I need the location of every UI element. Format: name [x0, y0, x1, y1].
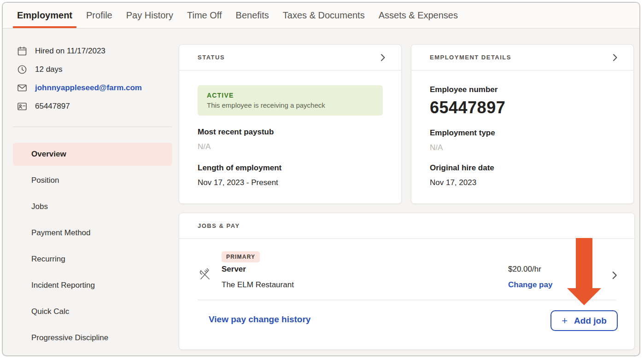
tab-label: Assets & Expenses	[379, 10, 458, 21]
tab-benefits[interactable]: Benefits	[229, 3, 276, 28]
menu-label: Incident Reporting	[31, 281, 95, 290]
email-row: johnnyappleseed@farm.com	[13, 79, 172, 97]
employee-number-field: Employee number 65447897	[430, 85, 615, 117]
menu-label: Progressive Discipline	[31, 333, 108, 343]
details-card-body: Employee number 65447897 Employment type…	[411, 85, 633, 187]
menu-label: Recurring	[31, 255, 65, 264]
sidebar-item-incident-reporting[interactable]: Incident Reporting	[13, 274, 172, 297]
tab-label: Time Off	[187, 10, 222, 21]
employment-details-card: EMPLOYMENT DETAILS Employee number 65447…	[411, 44, 634, 204]
menu-label: Payment Method	[31, 228, 91, 238]
active-tab-underline	[13, 26, 76, 28]
status-badge-description: This employee is receiving a paycheck	[207, 101, 374, 109]
field-value: Nov 17, 2023	[430, 178, 615, 187]
employee-info-list: Hired on 11/17/2023 12 days johnnyapples…	[13, 42, 172, 116]
recent-paystub-field: Most recent paystub N/A	[198, 128, 383, 151]
menu-label: Position	[31, 176, 59, 185]
tab-taxes-documents[interactable]: Taxes & Documents	[276, 3, 372, 28]
hired-date-text: Hired on 11/17/2023	[35, 46, 105, 56]
sidebar-item-quick-calc[interactable]: Quick Calc	[13, 300, 172, 323]
id-card-icon	[17, 101, 28, 112]
tab-label: Benefits	[236, 10, 269, 21]
tab-label: Employment	[17, 10, 72, 21]
clock-icon	[17, 64, 28, 75]
change-pay-link[interactable]: Change pay	[508, 280, 552, 290]
sidebar-item-position[interactable]: Position	[13, 169, 172, 192]
status-badge: ACTIVE	[207, 92, 374, 99]
calendar-icon	[17, 46, 28, 57]
add-job-label: Add job	[574, 316, 607, 326]
sidebar-item-overview[interactable]: Overview	[13, 143, 172, 166]
field-label: Original hire date	[430, 163, 615, 173]
menu-label: Quick Calc	[31, 307, 69, 316]
employee-id-row: 65447897	[13, 97, 172, 116]
utensils-icon	[198, 267, 211, 281]
employment-length-field: Length of employment Nov 17, 2023 - Pres…	[198, 163, 383, 187]
employment-type-field: Employment type N/A	[430, 128, 615, 152]
employee-id-text: 65447897	[35, 102, 70, 111]
field-value: N/A	[198, 142, 383, 151]
menu-label: Jobs	[31, 202, 48, 211]
field-label: Employee number	[430, 85, 615, 94]
original-hire-date-field: Original hire date Nov 17, 2023	[430, 163, 615, 187]
mail-icon	[17, 82, 28, 93]
view-pay-change-history-link[interactable]: View pay change history	[209, 314, 310, 325]
tenure-text: 12 days	[35, 65, 63, 74]
details-card-header[interactable]: EMPLOYMENT DETAILS	[411, 45, 633, 70]
sidebar-menu: Overview Position Jobs Payment Method Re…	[13, 143, 172, 353]
tab-profile[interactable]: Profile	[79, 3, 119, 28]
tab-label: Taxes & Documents	[283, 10, 365, 21]
tab-label: Profile	[86, 10, 112, 21]
field-label: Employment type	[430, 128, 615, 138]
active-status-banner: ACTIVE This employee is receiving a payc…	[198, 85, 383, 116]
jobs-pay-card: JOBS & PAY PRIMARY Server The ELM Restau…	[179, 213, 635, 350]
field-value: N/A	[430, 143, 615, 152]
status-card: STATUS ACTIVE This employee is receiving…	[179, 44, 402, 204]
hired-date-row: Hired on 11/17/2023	[13, 42, 172, 60]
chevron-right-icon[interactable]	[377, 52, 388, 63]
job-pay-rate: $20.00/hr	[508, 265, 541, 274]
job-location: The ELM Restaurant	[222, 280, 294, 290]
employee-email-link[interactable]: johnnyappleseed@farm.com	[35, 83, 142, 93]
job-chevron-right-icon[interactable]	[609, 269, 620, 280]
status-card-header[interactable]: STATUS	[179, 45, 401, 70]
top-tab-bar: Employment Profile Pay History Time Off …	[3, 3, 639, 29]
jobs-card-header: JOBS & PAY	[179, 213, 634, 239]
employee-profile-page: Employment Profile Pay History Time Off …	[2, 2, 640, 356]
menu-label: Overview	[31, 150, 66, 159]
tab-label: Pay History	[126, 10, 173, 21]
jobs-card-title: JOBS & PAY	[198, 222, 240, 229]
sidebar-item-progressive-discipline[interactable]: Progressive Discipline	[13, 326, 172, 349]
chevron-right-icon[interactable]	[609, 52, 621, 63]
field-value: Nov 17, 2023 - Present	[198, 178, 383, 187]
tenure-row: 12 days	[13, 60, 172, 79]
field-label: Most recent paystub	[198, 128, 383, 137]
status-card-body: ACTIVE This employee is receiving a payc…	[179, 85, 401, 187]
details-card-title: EMPLOYMENT DETAILS	[430, 54, 511, 61]
tab-time-off[interactable]: Time Off	[180, 3, 229, 28]
field-label: Length of employment	[198, 163, 383, 173]
job-row-divider	[198, 300, 616, 300]
sidebar-item-recurring[interactable]: Recurring	[13, 248, 172, 271]
status-card-title: STATUS	[198, 54, 225, 61]
tab-assets-expenses[interactable]: Assets & Expenses	[372, 3, 465, 28]
tab-pay-history[interactable]: Pay History	[119, 3, 180, 28]
primary-job-badge: PRIMARY	[222, 251, 260, 262]
job-list: PRIMARY Server The ELM Restaurant $20.00…	[179, 239, 634, 349]
job-title: Server	[222, 265, 246, 274]
sidebar-item-payment-method[interactable]: Payment Method	[13, 221, 172, 244]
employee-number-value: 65447897	[430, 98, 615, 117]
plus-icon: +	[562, 315, 568, 327]
add-job-button[interactable]: + Add job	[550, 310, 618, 331]
tab-employment[interactable]: Employment	[10, 3, 79, 28]
sidebar-divider	[13, 127, 172, 127]
sidebar-item-jobs[interactable]: Jobs	[13, 195, 172, 218]
